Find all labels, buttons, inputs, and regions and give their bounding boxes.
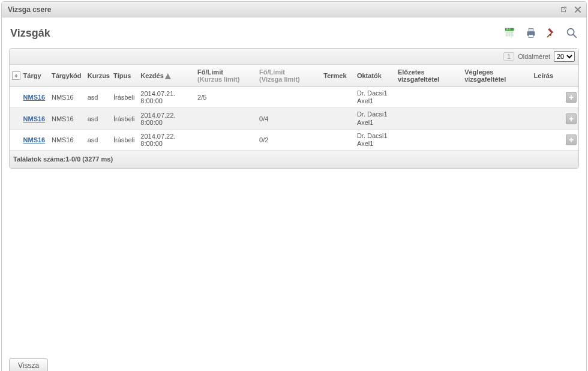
cell-targykod: NMS16 [49, 108, 85, 129]
cell-vegleges [462, 108, 531, 129]
col-elozetes[interactable]: Előzetes vizsgafeltétel [395, 65, 462, 87]
sort-asc-icon [165, 73, 171, 79]
print-icon[interactable] [524, 26, 538, 40]
col-targykod[interactable]: Tárgykód [49, 65, 85, 87]
cell-targykod: NMS16 [49, 87, 85, 108]
subject-link[interactable]: NMS16 [23, 115, 46, 122]
titlebar: Vizsga csere [2, 2, 586, 17]
page-title: Vizsgák [10, 27, 50, 40]
cell-fo-vizsga: 0/2 [257, 129, 321, 150]
col-fo-kurzus-sub: (Kurzus limit) [197, 76, 254, 83]
dialog-window: Vizsga csere Vizsgák XLS [1, 1, 587, 371]
page-size-select[interactable]: 20 [554, 51, 575, 62]
col-fo-vizsga-sub: (Vizsga limit) [259, 76, 319, 83]
instructor-2: Axel1 [357, 140, 374, 147]
popout-icon[interactable] [559, 5, 568, 14]
cell-fo-kurzus [195, 108, 257, 129]
col-actions [563, 65, 578, 87]
instructor-2: Axel1 [357, 119, 374, 126]
col-oktatok[interactable]: Oktatók [355, 65, 395, 87]
row-action-button[interactable]: + [566, 134, 577, 145]
svg-rect-3 [511, 31, 514, 34]
instructor-2: Axel1 [357, 97, 374, 104]
svg-rect-1 [506, 31, 508, 34]
cell-kurzus: asd [85, 108, 111, 129]
cell-kezdes: 2014.07.22. 8:00:00 [138, 108, 195, 129]
xls-export-icon[interactable]: XLS [503, 26, 518, 40]
cell-kezdes: 2014.07.21. 8:00:00 [138, 87, 195, 108]
table-row[interactable]: NMS16 NMS16 asd Írásbeli 2014.07.21. 8:0… [10, 87, 578, 108]
cell-targykod: NMS16 [49, 129, 85, 150]
svg-rect-4 [506, 34, 508, 37]
cell-elozetes [395, 108, 462, 129]
cell-oktatok: Dr. Dacsi1 Axel1 [355, 129, 395, 150]
page-number[interactable]: 1 [503, 52, 514, 61]
cell-leiras [532, 129, 564, 150]
cell-termek [321, 108, 355, 129]
back-button[interactable]: Vissza [9, 358, 48, 371]
col-targy[interactable]: Tárgy [21, 65, 49, 87]
subject-link[interactable]: NMS16 [23, 136, 46, 143]
results-footer: Találatok száma:1-0/0 (3277 ms) [10, 151, 578, 168]
header-row: Vizsgák XLS [9, 25, 579, 48]
col-fo-vizsga-label: Fő/Limit [259, 68, 285, 76]
svg-rect-6 [511, 34, 514, 37]
cell-vegleges [462, 129, 531, 150]
col-leiras[interactable]: Leírás [532, 65, 564, 87]
col-tipus[interactable]: Típus [111, 65, 138, 87]
row-action-button[interactable]: + [566, 92, 577, 103]
cell-leiras [532, 87, 564, 108]
cell-kurzus: asd [85, 87, 111, 108]
col-kurzus[interactable]: Kurzus [85, 65, 111, 87]
search-icon[interactable] [565, 26, 579, 40]
col-kezdes[interactable]: Kezdés [138, 65, 195, 87]
page-size-label: Oldalméret [518, 53, 550, 60]
cell-vegleges [462, 87, 531, 108]
cell-elozetes [395, 87, 462, 108]
window-buttons [559, 5, 583, 14]
svg-text:XLS: XLS [506, 28, 511, 31]
col-fo-vizsga[interactable]: Fő/Limit (Vizsga limit) [257, 65, 321, 87]
col-vegleges[interactable]: Végleges vizsgafeltétel [462, 65, 531, 87]
cell-fo-vizsga: 0/4 [257, 108, 321, 129]
col-termek[interactable]: Termek [321, 65, 355, 87]
pager: 1 Oldalméret 20 [10, 49, 578, 65]
cell-termek [321, 87, 355, 108]
bottom-bar: Vissza [9, 358, 579, 371]
content-area: Vizsgák XLS 1 Oldalméret [2, 17, 586, 354]
row-action-button[interactable]: + [566, 113, 577, 124]
svg-rect-10 [529, 35, 533, 38]
grid-panel: 1 Oldalméret 20 + Tárgy Tárgykód Kurzus [9, 48, 579, 169]
cell-oktatok: Dr. Dacsi1 Axel1 [355, 108, 395, 129]
cell-fo-kurzus [195, 129, 257, 150]
table-row[interactable]: NMS16 NMS16 asd Írásbeli 2014.07.22. 8:0… [10, 129, 578, 150]
cell-kurzus: asd [85, 129, 111, 150]
expand-all-icon[interactable]: + [12, 71, 20, 80]
exam-table: + Tárgy Tárgykód Kurzus Típus Kezdés Fő/… [10, 65, 578, 168]
cell-elozetes [395, 129, 462, 150]
svg-rect-2 [508, 31, 511, 34]
cell-tipus: Írásbeli [111, 129, 138, 150]
col-fo-kurzus[interactable]: Fő/Limit (Kurzus limit) [195, 65, 257, 87]
cell-tipus: Írásbeli [111, 108, 138, 129]
table-row[interactable]: NMS16 NMS16 asd Írásbeli 2014.07.22. 8:0… [10, 108, 578, 129]
col-kezdes-label: Kezdés [140, 72, 164, 79]
pin-icon[interactable] [544, 26, 559, 40]
subject-link[interactable]: NMS16 [23, 94, 46, 101]
results-count: Találatok száma:1-0/0 (3277 ms) [10, 151, 578, 168]
cell-kezdes: 2014.07.22. 8:00:00 [138, 129, 195, 150]
cell-leiras [532, 108, 564, 129]
svg-rect-5 [508, 34, 511, 37]
cell-tipus: Írásbeli [111, 87, 138, 108]
svg-rect-9 [529, 29, 533, 32]
expand-all-header[interactable]: + [10, 65, 21, 87]
window-title: Vizsga csere [8, 5, 52, 14]
instructor-1: Dr. Dacsi1 [357, 110, 388, 118]
svg-point-11 [568, 29, 574, 35]
col-fo-kurzus-label: Fő/Limit [197, 68, 223, 76]
cell-fo-vizsga [257, 87, 321, 108]
cell-fo-kurzus: 2/5 [195, 87, 257, 108]
close-icon[interactable] [573, 5, 583, 14]
cell-oktatok: Dr. Dacsi1 Axel1 [355, 87, 395, 108]
header-row: + Tárgy Tárgykód Kurzus Típus Kezdés Fő/… [10, 65, 578, 87]
